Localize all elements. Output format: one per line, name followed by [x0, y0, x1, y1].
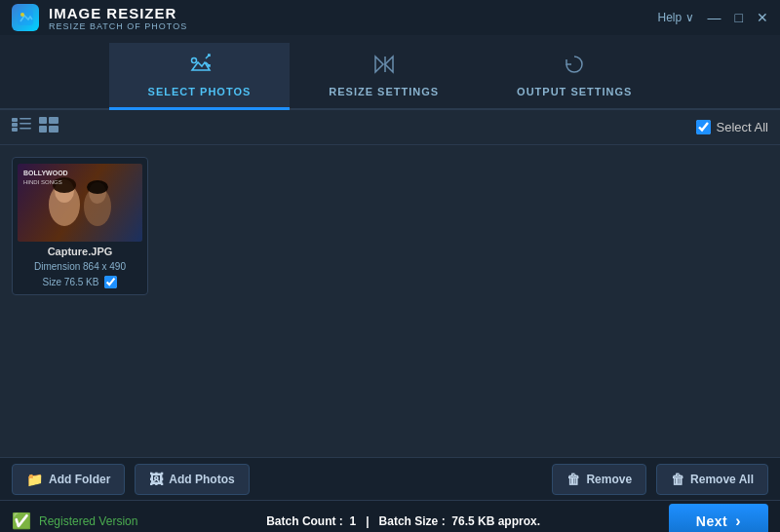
tab-resize-settings[interactable]: RESIZE SETTINGS: [290, 43, 478, 110]
minimize-button[interactable]: —: [708, 11, 722, 24]
resize-settings-icon: [371, 53, 397, 82]
svg-rect-12: [39, 117, 47, 124]
add-folder-label: Add Folder: [49, 473, 110, 486]
titlebar-left: IMAGE RESIZER RESIZE BATCH OF PHOTOS: [12, 4, 187, 31]
svg-rect-14: [39, 126, 47, 133]
svg-rect-11: [20, 128, 31, 130]
batch-separator: |: [366, 514, 369, 528]
svg-rect-10: [12, 128, 18, 132]
svg-rect-8: [12, 123, 18, 127]
select-photos-icon: [186, 53, 212, 82]
svg-rect-13: [49, 117, 58, 124]
app-icon: [12, 4, 39, 31]
svg-rect-6: [12, 118, 18, 122]
tab-output-settings[interactable]: OUTPUT SETTINGS: [478, 43, 671, 110]
folder-icon: 📁: [26, 472, 43, 487]
close-button[interactable]: ✕: [757, 11, 768, 24]
photo-size: Size 76.5 KB: [43, 277, 99, 287]
app-title-block: IMAGE RESIZER RESIZE BATCH OF PHOTOS: [49, 5, 187, 31]
help-button[interactable]: Help ∨: [658, 11, 694, 24]
svg-point-1: [20, 13, 24, 17]
view-icons: [12, 117, 58, 137]
svg-point-2: [192, 58, 197, 63]
batch-size-label: Batch Size :: [379, 514, 446, 528]
svg-rect-15: [49, 126, 58, 133]
tab-select-label: SELECT PHOTOS: [148, 86, 252, 97]
tab-select-photos[interactable]: SELECT PHOTOS: [109, 43, 291, 110]
remove-icon: 🗑: [566, 472, 580, 487]
add-photos-label: Add Photos: [169, 473, 234, 486]
svg-point-22: [87, 180, 108, 194]
select-all-checkbox[interactable]: [696, 120, 711, 134]
select-all-label: Select All: [717, 120, 768, 134]
app-subtitle: RESIZE BATCH OF PHOTOS: [49, 21, 187, 31]
tab-output-label: OUTPUT SETTINGS: [517, 86, 632, 97]
svg-text:HINDI SONGS: HINDI SONGS: [23, 179, 62, 185]
statusbar: ✅ Registered Version Batch Count : 1 | B…: [0, 500, 780, 532]
next-arrow-icon: ›: [735, 513, 741, 530]
add-photos-button[interactable]: 🖼 Add Photos: [135, 464, 249, 495]
remove-button[interactable]: 🗑 Remove: [552, 464, 646, 495]
grid-view-icon[interactable]: [39, 117, 58, 137]
tab-resize-label: RESIZE SETTINGS: [329, 86, 439, 97]
app-title: IMAGE RESIZER: [49, 5, 187, 21]
remove-all-button[interactable]: 🗑 Remove All: [656, 464, 768, 495]
next-label: Next: [696, 513, 727, 529]
thumb-svg: BOLLYWOOD HINDI SONGS: [18, 164, 142, 242]
remove-label: Remove: [586, 473, 632, 486]
tabbar: SELECT PHOTOS RESIZE SETTINGS OUTPUT SET…: [0, 35, 780, 110]
add-photo-icon: 🖼: [149, 472, 163, 487]
maximize-button[interactable]: □: [735, 11, 743, 24]
photo-thumbnail: BOLLYWOODHINDI SONGS: [18, 164, 142, 242]
batch-count-value: 1: [350, 514, 357, 528]
output-settings-icon: [562, 53, 587, 82]
toolbar: Select All: [0, 110, 780, 145]
list-view-icon[interactable]: [12, 117, 31, 137]
photo-grid: BOLLYWOODHINDI SONGS: [0, 145, 780, 457]
remove-all-label: Remove All: [690, 473, 754, 486]
titlebar-right: Help ∨ — □ ✕: [658, 11, 768, 24]
photo-filename: Capture.JPG: [48, 246, 113, 257]
status-center: Batch Count : 1 | Batch Size : 76.5 KB a…: [266, 514, 540, 528]
svg-marker-3: [375, 57, 383, 72]
action-bar: 📁 Add Folder 🖼 Add Photos 🗑 Remove 🗑 Rem…: [0, 457, 780, 500]
photo-checkbox[interactable]: [104, 276, 117, 288]
photo-dimension: Dimension 864 x 490: [34, 261, 126, 272]
action-left: 📁 Add Folder 🖼 Add Photos: [12, 464, 250, 495]
add-folder-button[interactable]: 📁 Add Folder: [12, 464, 125, 495]
photo-size-row: Size 76.5 KB: [43, 276, 118, 288]
titlebar: IMAGE RESIZER RESIZE BATCH OF PHOTOS Hel…: [0, 0, 780, 35]
svg-marker-5: [385, 57, 393, 72]
next-button[interactable]: Next ›: [669, 504, 768, 533]
batch-count-label: Batch Count :: [266, 514, 343, 528]
svg-rect-7: [20, 118, 31, 120]
batch-size-value: 76.5 KB approx.: [451, 514, 540, 528]
svg-rect-9: [20, 123, 31, 125]
registered-label: Registered Version: [39, 514, 137, 528]
svg-text:BOLLYWOOD: BOLLYWOOD: [23, 170, 68, 176]
remove-all-icon: 🗑: [671, 472, 684, 487]
action-right: 🗑 Remove 🗑 Remove All: [552, 464, 768, 495]
select-all-area: Select All: [696, 120, 768, 134]
status-left: ✅ Registered Version: [12, 512, 137, 530]
registered-icon: ✅: [12, 512, 31, 530]
photo-card: BOLLYWOODHINDI SONGS: [12, 157, 148, 295]
